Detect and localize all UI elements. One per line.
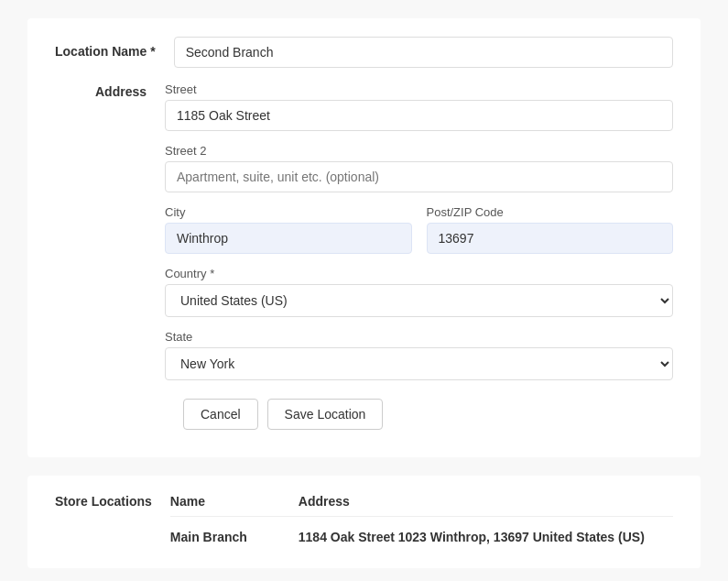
store-address-cell: 1184 Oak Street 1023 Winthrop, 13697 Uni…: [299, 530, 673, 544]
table-row: Main Branch1184 Oak Street 1023 Winthrop…: [170, 524, 673, 550]
address-label: Address: [55, 82, 165, 99]
state-label: State: [165, 330, 673, 344]
location-name-label: Location Name: [55, 37, 174, 59]
location-name-input[interactable]: [174, 37, 673, 68]
city-label: City: [165, 205, 412, 219]
state-select[interactable]: AlabamaAlaskaArizonaArkansasCaliforniaCo…: [165, 347, 673, 380]
street2-label: Street 2: [165, 144, 673, 158]
column-name-header: Name: [170, 494, 299, 509]
column-address-header: Address: [299, 494, 673, 509]
store-name-cell: Main Branch: [170, 530, 299, 544]
store-locations-title: Store Locations: [55, 494, 170, 509]
cancel-button[interactable]: Cancel: [183, 399, 258, 430]
street-label: Street: [165, 82, 673, 96]
country-select[interactable]: United States (US)CanadaUnited Kingdom: [165, 284, 673, 317]
zip-input[interactable]: [427, 223, 674, 254]
country-label: Country *: [165, 267, 673, 280]
street2-input[interactable]: [165, 161, 673, 192]
street-input[interactable]: [165, 100, 673, 131]
save-location-button[interactable]: Save Location: [267, 399, 384, 430]
city-input[interactable]: [165, 223, 412, 254]
zip-label: Post/ZIP Code: [427, 205, 674, 219]
